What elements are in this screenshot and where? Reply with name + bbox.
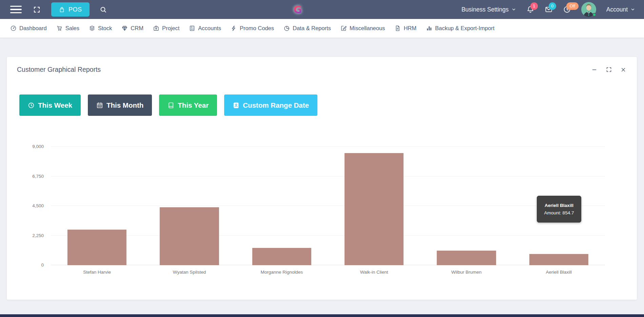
filter-button-label: This Week: [38, 101, 72, 109]
notification-badge: 1: [530, 2, 538, 10]
svg-text:G: G: [293, 3, 302, 16]
hamburger-menu-button[interactable]: [10, 6, 22, 14]
date-filter-buttons: This WeekThis MonthThis YearCustom Range…: [7, 73, 637, 116]
menu-item-sales[interactable]: Sales: [56, 25, 79, 31]
hamburger-icon: [10, 6, 22, 14]
bar-wilbur-brumen[interactable]: [437, 251, 496, 265]
menu-item-label: Backup & Export-Import: [435, 25, 494, 31]
menu-item-dashboard[interactable]: Dashboard: [10, 25, 47, 31]
message-badge: 0: [549, 2, 556, 10]
chart-tooltip: Aeriell Blaxill Amount: 854.7: [537, 196, 581, 223]
search-button[interactable]: [100, 6, 107, 13]
menu-item-label: Miscellaneous: [350, 25, 385, 31]
menu-item-label: Dashboard: [19, 25, 47, 31]
sales-icon: [56, 25, 63, 31]
messages-button[interactable]: 0: [545, 5, 553, 14]
filter-this-year-button[interactable]: This Year: [159, 94, 217, 116]
x-axis-label: Aeriell Blaxill: [513, 270, 605, 275]
bar-column: [420, 147, 512, 265]
collapse-button[interactable]: [591, 67, 597, 72]
clock-status-badge: Off: [566, 2, 579, 10]
y-axis-tick: 0: [41, 262, 44, 268]
y-axis-tick: 4,500: [32, 203, 44, 208]
menu-item-label: Data & Reports: [293, 25, 331, 31]
stock-icon: [89, 25, 95, 31]
expand-button[interactable]: [606, 67, 612, 72]
menu-item-stock[interactable]: Stock: [89, 25, 112, 31]
customer-graphical-reports-card: Customer Graphical Reports This WeekThis…: [7, 57, 637, 300]
address-book-icon: [233, 102, 239, 109]
x-axis-label: Wilbur Brumen: [420, 270, 512, 275]
bar-walk-in-client[interactable]: [345, 153, 404, 265]
account-dropdown[interactable]: Account: [606, 6, 635, 13]
bar-column: [143, 147, 235, 265]
menu-item-backup-export-import[interactable]: Backup & Export-Import: [426, 25, 494, 31]
bar-column: [51, 147, 143, 265]
menu-item-label: CRM: [131, 25, 143, 31]
chevron-down-icon: [511, 7, 516, 12]
online-status-dot: [592, 13, 596, 17]
bar-stefan-harvie[interactable]: [67, 230, 126, 265]
x-axis-label: Walk-in Client: [328, 270, 420, 275]
bar-wyatan-spilsted[interactable]: [160, 207, 219, 265]
x-axis-labels: Stefan HarvieWyatan SpilstedMorganne Rig…: [51, 270, 605, 275]
fullscreen-button[interactable]: [33, 6, 40, 13]
menu-item-accounts[interactable]: Accounts: [189, 25, 221, 31]
filter-this-week-button[interactable]: This Week: [19, 94, 81, 116]
menu-item-label: Sales: [65, 25, 79, 31]
dashboard-icon: [10, 25, 17, 31]
y-axis-tick: 6,750: [32, 174, 44, 179]
minus-icon: [591, 67, 597, 72]
x-axis-label: Morganne Rignoldes: [236, 270, 328, 275]
menu-item-miscellaneous[interactable]: Miscellaneous: [340, 25, 385, 31]
notifications-button[interactable]: 1: [526, 5, 534, 14]
chevron-down-icon: [630, 7, 635, 12]
filter-button-label: Custom Range Date: [243, 101, 309, 109]
close-icon: [621, 67, 626, 72]
filter-button-label: This Month: [106, 101, 143, 109]
tooltip-title: Aeriell Blaxill: [545, 203, 573, 208]
hrm-icon: [394, 25, 401, 31]
menu-item-hrm[interactable]: HRM: [394, 25, 416, 31]
account-label: Account: [606, 6, 628, 13]
clock-button[interactable]: Off: [563, 5, 571, 14]
menu-item-crm[interactable]: CRM: [121, 25, 143, 31]
backup-export-import-icon: [426, 25, 432, 31]
promo-codes-icon: [231, 25, 237, 31]
shopping-bag-icon: [59, 6, 65, 13]
fullscreen-icon: [33, 6, 40, 13]
menu-item-promo-codes[interactable]: Promo Codes: [231, 25, 274, 31]
calendar-icon: [96, 102, 103, 109]
book-icon: [168, 102, 174, 109]
search-icon: [100, 6, 107, 13]
tooltip-value: Amount: 854.7: [544, 210, 574, 215]
top-navbar: POS G Business Settings 1 0: [0, 0, 644, 19]
menu-item-label: Project: [162, 25, 179, 31]
menu-item-project[interactable]: Project: [153, 25, 179, 31]
filter-custom-range-date-button[interactable]: Custom Range Date: [224, 94, 317, 116]
menu-item-label: Stock: [98, 25, 112, 31]
menu-item-label: HRM: [404, 25, 416, 31]
menu-item-data-reports[interactable]: Data & Reports: [284, 25, 331, 31]
main-menu: DashboardSalesStockCRMProjectAccountsPro…: [0, 19, 644, 38]
menu-item-label: Accounts: [198, 25, 221, 31]
bar-morganne-rignoldes[interactable]: [252, 248, 311, 265]
clock-icon: [28, 102, 35, 109]
expand-icon: [606, 67, 612, 72]
business-settings-dropdown[interactable]: Business Settings: [462, 6, 516, 13]
filter-button-label: This Year: [178, 101, 209, 109]
menu-item-label: Promo Codes: [240, 25, 274, 31]
pos-button[interactable]: POS: [51, 2, 90, 17]
avatar[interactable]: [581, 2, 596, 17]
close-button[interactable]: [621, 67, 626, 72]
x-axis-label: Stefan Harvie: [51, 270, 143, 275]
footer-bar: [0, 314, 644, 317]
miscellaneous-icon: [340, 25, 347, 31]
data-reports-icon: [284, 25, 290, 31]
crm-icon: [121, 25, 128, 31]
bar-aeriell-blaxill[interactable]: [529, 254, 588, 265]
y-axis-tick: 9,000: [32, 144, 44, 149]
bar-column: [328, 147, 420, 265]
bar-chart: 02,2504,5006,7509,000 Stefan HarvieWyata…: [51, 147, 605, 265]
filter-this-month-button[interactable]: This Month: [88, 94, 152, 116]
